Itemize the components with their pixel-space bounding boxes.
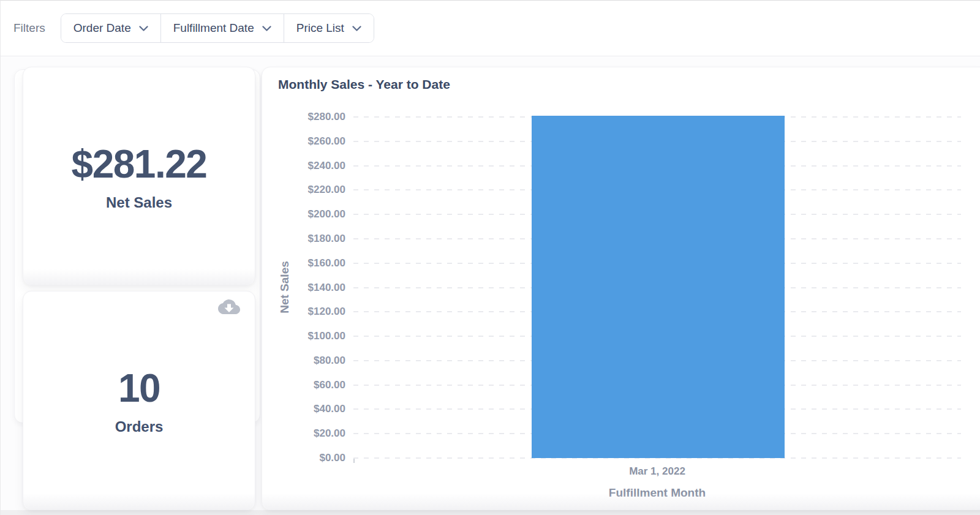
chevron-down-icon: [139, 26, 148, 32]
y-tick-label: $80.00: [314, 355, 345, 367]
y-tick-label: $160.00: [308, 257, 345, 269]
net-sales-label: Net Sales: [106, 194, 172, 211]
y-tick-label: $0.00: [319, 452, 345, 464]
orders-label: Orders: [115, 418, 164, 435]
filter-dropdown-price-list[interactable]: Price List: [284, 14, 374, 42]
filter-button-group: Order Date Fulfillment Date Price List: [61, 13, 374, 43]
x-axis-tick-mark: [353, 459, 355, 463]
dashboard-content: $281.22 Net Sales 10 Orders Monthly Sale…: [1, 56, 980, 515]
chevron-down-icon: [262, 26, 271, 32]
download-icon[interactable]: [218, 298, 240, 316]
filter-bar: Filters Order Date Fulfillment Date Pric…: [1, 1, 980, 56]
y-tick-label: $260.00: [308, 135, 345, 148]
y-tick-label: $140.00: [308, 282, 345, 294]
chevron-down-icon: [352, 26, 361, 32]
bar-mar-2022[interactable]: [532, 116, 785, 458]
filter-dropdown-label: Order Date: [74, 21, 131, 35]
y-tick-label: $60.00: [314, 379, 345, 391]
y-tick-label: $120.00: [308, 306, 345, 318]
filter-dropdown-order-date[interactable]: Order Date: [61, 14, 160, 42]
plot-area: Mar 1, 2022 Fulfillment Month: [353, 117, 961, 458]
y-tick-label: $200.00: [308, 208, 345, 220]
filter-dropdown-label: Price List: [296, 21, 344, 35]
orders-value: 10: [118, 366, 160, 411]
y-axis-labels: $280.00$260.00$240.00$220.00$200.00$180.…: [262, 117, 345, 458]
x-axis-title: Fulfillment Month: [353, 486, 961, 500]
x-tick-label: Mar 1, 2022: [353, 465, 961, 478]
y-tick-label: $240.00: [308, 160, 345, 172]
y-tick-label: $180.00: [308, 233, 345, 245]
chart-title: Monthly Sales - Year to Date: [278, 77, 450, 92]
chart-card: Monthly Sales - Year to Date Net Sales $…: [262, 67, 980, 510]
filter-dropdown-label: Fulfillment Date: [173, 21, 254, 35]
y-tick-label: $280.00: [308, 111, 345, 123]
net-sales-value: $281.22: [72, 141, 207, 187]
y-tick-label: $100.00: [308, 330, 345, 342]
kpi-card-orders: 10 Orders: [23, 291, 255, 510]
y-tick-label: $40.00: [314, 403, 345, 415]
filters-label: Filters: [13, 21, 45, 35]
filter-dropdown-fulfillment-date[interactable]: Fulfillment Date: [160, 14, 284, 42]
kpi-card-net-sales: $281.22 Net Sales: [23, 67, 255, 285]
y-tick-label: $20.00: [314, 427, 345, 440]
page-background-strip: [1, 510, 980, 515]
y-tick-label: $220.00: [308, 184, 345, 196]
